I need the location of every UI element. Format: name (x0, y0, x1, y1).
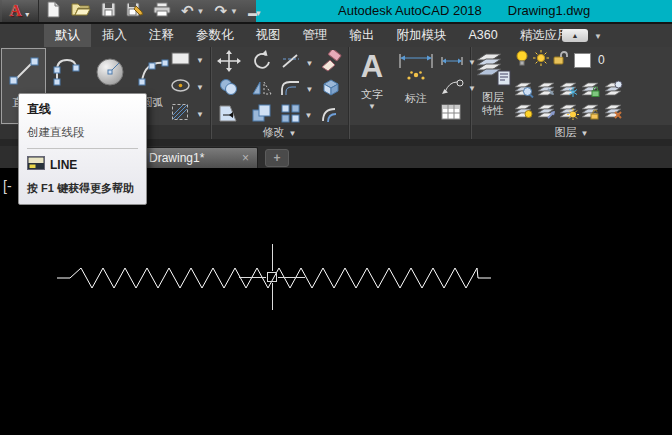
table-tool-button[interactable] (440, 104, 476, 124)
fillet-tool-button[interactable]: ▼ (279, 78, 313, 100)
tooltip-description: 创建直线段 (27, 125, 138, 140)
ribbon-tab-视图[interactable]: 视图 (245, 24, 292, 47)
delete-layer-button[interactable] (604, 102, 624, 122)
turn-on-layer-button[interactable] (514, 102, 534, 122)
line-icon (6, 51, 42, 91)
tooltip-divider (27, 148, 138, 149)
file-tab-close-icon[interactable]: × (240, 151, 251, 165)
mirror-tool-button[interactable] (247, 78, 277, 100)
save-as-button[interactable] (124, 1, 145, 21)
autocad-logo-icon: A (9, 1, 21, 21)
layer-properties-button[interactable]: 图层 特性 (473, 49, 513, 117)
open-file-button[interactable] (69, 1, 93, 21)
save-as-icon (126, 2, 143, 21)
plot-icon (153, 2, 171, 21)
line-command-icon (27, 156, 45, 174)
rotate-tool-button[interactable] (247, 52, 277, 74)
new-tab-button[interactable]: + (265, 149, 289, 167)
ribbon-tab-参数化[interactable]: 参数化 (185, 24, 245, 47)
trim-tool-button[interactable]: ▼ (279, 52, 313, 74)
fillet-icon (279, 78, 303, 100)
dropdown-caret-icon[interactable]: ▼ (196, 110, 204, 119)
new-file-button[interactable] (44, 1, 63, 21)
change-to-current-layer-button[interactable] (604, 80, 624, 100)
customize-quick-access-icon: ▬▾ (248, 2, 260, 20)
offset-tool-button[interactable] (316, 104, 346, 126)
unlock-layer-button[interactable] (581, 102, 601, 122)
plot-button[interactable] (151, 1, 173, 21)
lock-layer-button[interactable] (581, 80, 601, 100)
panel-annotation-mini-tools: ▼▼ (440, 52, 476, 124)
array-icon (280, 103, 302, 127)
linear-dimension-icon (440, 53, 464, 71)
panel-label-layers[interactable]: 图层▼ (471, 125, 672, 139)
text-tool-icon: A (352, 49, 392, 85)
document-title: Drawing1.dwg (508, 3, 590, 18)
dropdown-caret-icon[interactable]: ▼ (196, 83, 204, 92)
scale-icon (251, 103, 273, 127)
explode-tool-button[interactable] (316, 78, 346, 100)
customize-quick-access-button[interactable]: ▬▾ (246, 1, 262, 21)
erase-icon (319, 50, 343, 76)
viewport-controls[interactable]: [- (3, 178, 12, 194)
file-tab-drawing1[interactable]: Drawing1* × (142, 147, 258, 168)
crosshair-pickbox (267, 272, 277, 282)
freeze-layer-icon (559, 79, 579, 102)
circle-icon (92, 51, 128, 91)
dropdown-caret-icon[interactable]: ▼ (305, 59, 313, 68)
layer-properties-label-2: 特性 (473, 104, 513, 117)
dimension-tool-button[interactable]: 标注 (394, 49, 438, 106)
move-tool-button[interactable] (214, 52, 244, 74)
redo-button[interactable]: ↷▼ (213, 1, 241, 21)
dropdown-caret-icon[interactable]: ▼ (196, 56, 204, 65)
ribbon-tab-输出[interactable]: 输出 (339, 24, 386, 47)
ribbon-minimize-caret-icon[interactable]: ▼ (594, 32, 602, 41)
ribbon-tab-附加模块[interactable]: 附加模块 (386, 24, 458, 47)
ribbon-tab-默认[interactable]: 默认 (44, 24, 91, 47)
ribbon-tab-注释[interactable]: 注释 (138, 24, 185, 47)
linear-dimension-tool-button[interactable]: ▼ (440, 52, 476, 72)
dropdown-caret-icon[interactable]: ▼ (230, 7, 238, 16)
stretch-tool-button[interactable] (214, 104, 244, 126)
move-to-current-layer-button[interactable] (536, 102, 556, 122)
move-icon (217, 50, 241, 76)
dropdown-caret-icon[interactable]: ▼ (197, 7, 205, 16)
rectangle-icon (170, 50, 192, 71)
scale-tool-button[interactable] (247, 104, 277, 126)
leader-tool-button[interactable]: ▼ (440, 78, 476, 98)
rotate-icon (251, 50, 273, 76)
rectangle-tool-button[interactable]: ▼ (170, 50, 204, 70)
freeze-layer-button[interactable] (559, 80, 579, 100)
ribbon-tab-管理[interactable]: 管理 (292, 24, 339, 47)
crosshair-cursor (239, 277, 266, 278)
erase-tool-button[interactable] (316, 52, 346, 74)
dropdown-caret-icon[interactable]: ▼ (305, 85, 313, 94)
layer-dropdown[interactable]: 0 (515, 50, 605, 70)
isolate-layer-button[interactable] (514, 80, 534, 100)
thaw-layer-button[interactable] (559, 102, 579, 122)
undo-icon: ↶ (181, 2, 194, 20)
line-tooltip: 直线 创建直线段 LINE 按 F1 键获得更多帮助 (18, 93, 147, 205)
ellipse-tool-button[interactable]: ▼ (170, 77, 204, 97)
undo-button[interactable]: ↶▼ (179, 1, 207, 21)
ribbon-tab-插入[interactable]: 插入 (91, 24, 138, 47)
fade-layer-icon (537, 79, 557, 102)
ribbon-tab-A360[interactable]: A360 (458, 24, 509, 47)
fade-layer-button[interactable] (536, 80, 556, 100)
ribbon-minimize-button[interactable]: ▲ (562, 29, 588, 42)
ellipse-icon (170, 77, 192, 98)
array-tool-button[interactable]: ▼ (279, 104, 313, 126)
save-button[interactable] (99, 1, 118, 21)
tooltip-help-text: 按 F1 键获得更多帮助 (27, 181, 138, 196)
application-menu-button[interactable]: A ▼ (2, 0, 39, 22)
layer-on-bulb-icon (515, 50, 529, 71)
arc-icon (135, 51, 171, 91)
hatch-tool-button[interactable]: ▼ (170, 104, 204, 124)
dropdown-caret-icon[interactable]: ▼ (304, 111, 312, 120)
copy-tool-button[interactable] (214, 78, 244, 100)
window-title: Autodesk AutoCAD 2018Drawing1.dwg (338, 0, 590, 22)
drawing-canvas[interactable] (0, 168, 672, 435)
panel-label-modify[interactable]: 修改▼ (211, 125, 348, 139)
text-tool-button[interactable]: A 文字 ▼ (352, 49, 392, 111)
layer-color-swatch (574, 53, 591, 68)
